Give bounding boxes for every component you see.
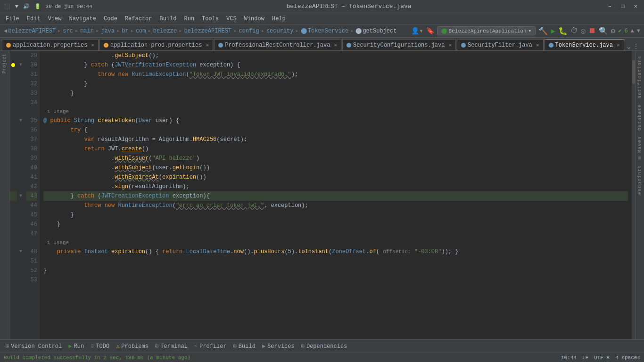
services-button[interactable]: ▶ Services (259, 342, 297, 351)
profile-button[interactable]: ⏱ (570, 26, 578, 35)
menu-refactor[interactable]: Refactor (122, 15, 155, 23)
menu-edit[interactable]: Edit (24, 15, 43, 23)
tab-label-token-svc: TokenService.java (555, 42, 613, 49)
breadcrumb-main[interactable]: main (80, 28, 94, 34)
coverage-button[interactable]: ◎ (581, 26, 586, 36)
tab-close-app-props[interactable]: ✕ (91, 42, 94, 48)
git-down-icon[interactable]: ▼ (637, 28, 640, 34)
tab-application-properties[interactable]: application.properties ✕ (2, 39, 99, 50)
win-minimize-button[interactable]: – (605, 3, 614, 10)
fold-43[interactable]: ▼ (17, 191, 25, 201)
dependencies-button[interactable]: ⊞ Dependencies (298, 342, 350, 351)
tab-professional-rest[interactable]: ProfessionalRestController.java ✕ (214, 39, 341, 50)
usage-hint-2: 1 usage (43, 239, 628, 247)
menu-view[interactable]: View (45, 15, 65, 23)
nav-bookmark-icon[interactable]: 🔖 (426, 27, 434, 35)
usage-hint-1: 1 usage (43, 107, 628, 116)
editor-scrollbar[interactable] (632, 51, 636, 339)
tab-close-app-prod[interactable]: ✕ (206, 42, 209, 48)
run-button[interactable]: ▶ Run (66, 342, 87, 351)
fold-30[interactable]: ▼ (17, 60, 25, 70)
tab-close-sec-config[interactable]: ✕ (448, 42, 452, 48)
project-collapse-icon[interactable]: ◀ (4, 27, 7, 34)
win-close-button[interactable]: ✕ (631, 3, 640, 10)
code-line-37: var resultAlgorithm = Algorithm.HMAC256(… (43, 135, 628, 144)
cursor-position[interactable]: 10:44 (561, 355, 577, 361)
run-button[interactable]: ▶ (551, 26, 555, 36)
tabs-bar: application.properties ✕ application-pro… (0, 38, 644, 51)
code-line-41: .withExpiresAt(expiration()) (43, 173, 628, 182)
build-button[interactable]: 🔨 (538, 26, 548, 36)
breadcrumb-com[interactable]: com (136, 28, 146, 34)
tab-close-prof-rest[interactable]: ✕ (334, 42, 337, 48)
breakpoint-30[interactable] (11, 63, 15, 67)
tab-label-sec-filter: SecurityFilter.java (468, 42, 532, 49)
tab-token-service[interactable]: TokenService.java ✕ (545, 39, 624, 50)
status-bar: Build completed successfully in 2 sec, 1… (0, 353, 644, 362)
menu-tools[interactable]: Tools (199, 15, 222, 23)
maven-panel-toggle[interactable]: m Maven (636, 133, 644, 162)
system-tray: ⬛ ▼ 🔊 🔋 30 de jun 00:44 (4, 3, 92, 9)
win-maximize-button[interactable]: □ (619, 3, 627, 10)
database-panel-toggle[interactable]: Database (636, 101, 644, 133)
menu-vcs[interactable]: VCS (223, 15, 239, 23)
breadcrumb-project[interactable]: belezzeAPIREST (8, 28, 56, 34)
menu-help[interactable]: Help (269, 15, 289, 23)
code-container: ▼ ▼ ▼ ▼ (9, 51, 636, 339)
breadcrumb-api[interactable]: belezzeAPIREST (184, 28, 231, 34)
menu-build[interactable]: Build (157, 15, 179, 23)
notifications-panel-toggle[interactable]: Notifications (636, 53, 644, 101)
problems-button[interactable]: ⚠ Problems (113, 342, 151, 351)
datetime: 30 de jun 00:44 (46, 4, 92, 9)
menu-window[interactable]: Window (241, 15, 267, 23)
code-line-36: try { (43, 125, 628, 135)
tab-close-token-svc[interactable]: ✕ (617, 42, 620, 48)
settings-button[interactable]: ⚙ (611, 26, 616, 36)
fold-48[interactable]: ▼ (17, 247, 25, 256)
tab-overflow-button[interactable]: ⌄ (627, 42, 631, 50)
scrollbar-thumb[interactable] (632, 60, 635, 84)
menu-code[interactable]: Code (101, 15, 120, 23)
breadcrumb-belezze[interactable]: belezze (153, 28, 177, 34)
window-controls[interactable]: – □ ✕ (605, 3, 640, 10)
menu-navigate[interactable]: Navigate (66, 15, 99, 23)
version-control-button[interactable]: ⊞ Version Control (3, 342, 65, 351)
problems-label: Problems (121, 343, 149, 350)
menu-bar: File Edit View Navigate Code Refactor Bu… (0, 13, 644, 25)
line-ending[interactable]: LF (582, 355, 588, 361)
code-line-47 (43, 229, 628, 239)
encoding[interactable]: UTF-8 (594, 355, 610, 361)
tab-security-filter[interactable]: SecurityFilter.java ✕ (457, 39, 543, 50)
terminal-button[interactable]: ⊞ Terminal (152, 342, 190, 351)
build-btn[interactable]: ⊞ Build (231, 342, 258, 351)
indent-size[interactable]: 4 spaces (615, 355, 640, 361)
code-content[interactable]: .getSubject(); } catch (JWTVerificationE… (40, 51, 632, 339)
tab-icon-sec-filter (461, 43, 466, 48)
git-up-icon[interactable]: ▲ (631, 28, 634, 34)
stop-button[interactable]: ⏹ (588, 26, 596, 35)
run-config-button[interactable]: ⬤ BelezzeApirestApplication ▾ (437, 26, 536, 35)
menu-run[interactable]: Run (181, 15, 197, 23)
breadcrumb-tokenservice[interactable]: TokenService (308, 28, 348, 34)
tab-menu-button[interactable]: ⋮ (633, 42, 639, 50)
tab-label-app-props: application.properties (13, 42, 87, 49)
collapse-icon[interactable]: Project (1, 53, 8, 74)
search-button[interactable]: 🔍 (599, 26, 608, 36)
tab-close-sec-filter[interactable]: ✕ (536, 42, 539, 48)
menu-file[interactable]: File (3, 15, 22, 23)
endpoints-panel-toggle[interactable]: Endpoints (636, 162, 644, 197)
breadcrumb-br[interactable]: br (122, 28, 128, 34)
breadcrumb-config[interactable]: config (239, 28, 259, 34)
breadcrumb-src[interactable]: src (63, 28, 73, 34)
profiler-button[interactable]: ~ Profiler (191, 342, 230, 351)
debug-button[interactable]: 🐛 (558, 26, 568, 36)
editor-area[interactable]: ▼ ▼ ▼ ▼ (9, 51, 636, 339)
tab-application-prod-properties[interactable]: application-prod.properties ✕ (99, 39, 213, 50)
nav-avatar-icon[interactable]: 👤▾ (411, 27, 423, 35)
todo-button[interactable]: ≡ TODO (88, 342, 112, 351)
tab-security-config[interactable]: SecurityConfigurations.java ✕ (342, 39, 456, 50)
breadcrumb-security[interactable]: security (266, 28, 294, 34)
fold-gutter: ▼ ▼ ▼ ▼ (17, 51, 25, 339)
breadcrumb-java[interactable]: java (101, 28, 115, 34)
fold-35[interactable]: ▼ (17, 116, 25, 125)
